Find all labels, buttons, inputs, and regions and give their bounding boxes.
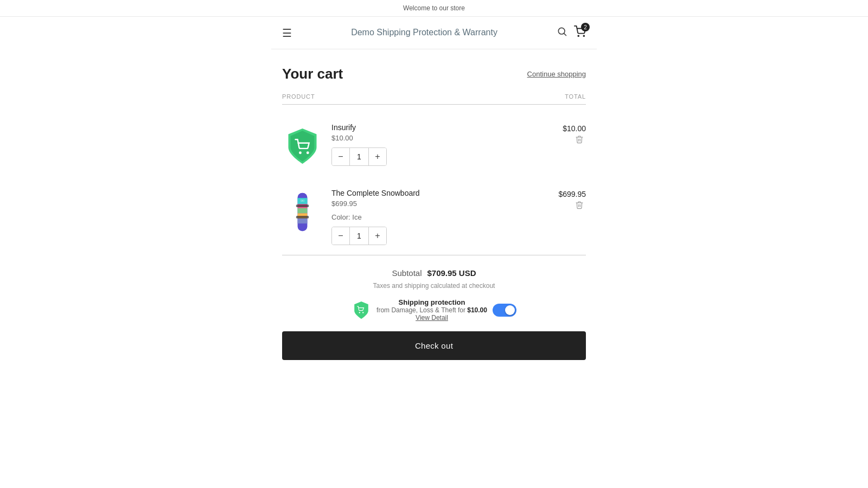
subtotal-row: Subtotal $709.95 USD (282, 268, 586, 278)
svg-point-4 (299, 151, 302, 154)
svg-rect-11 (298, 218, 308, 223)
snowboard-right: $699.95 (542, 189, 586, 214)
cart-header-row: Your cart Continue shopping (282, 66, 586, 82)
svg-rect-13 (296, 216, 309, 219)
svg-line-1 (564, 34, 566, 36)
snowboard-decrease-button[interactable]: − (332, 227, 349, 245)
svg-rect-9 (298, 208, 308, 213)
shipping-protection-desc: from Damage, Loss & Theft for $10.00 (376, 306, 487, 314)
cart-item-snowboard: SKI The Complete Snowboard $699.95 Color… (282, 179, 586, 255)
svg-rect-12 (296, 204, 309, 207)
subtotal-label: Subtotal (392, 268, 422, 278)
insurify-qty-row: − 1 + (331, 147, 534, 166)
snowboard-image: SKI (282, 189, 323, 235)
subtotal-value: $709.95 USD (427, 268, 476, 278)
cart-badge: 2 (581, 23, 590, 31)
shipping-protection-info: Shipping protection from Damage, Loss & … (376, 298, 487, 322)
insurify-name: Insurify (331, 123, 534, 132)
snowboard-total: $699.95 (558, 190, 586, 198)
svg-point-3 (583, 35, 584, 36)
total-column-label: TOTAL (565, 93, 586, 100)
announcement-text: Welcome to our store (403, 4, 465, 12)
snowboard-increase-button[interactable]: + (369, 227, 386, 245)
toggle-thumb (505, 305, 515, 315)
svg-point-5 (307, 151, 309, 154)
search-icon[interactable] (557, 26, 567, 40)
snowboard-price: $699.95 (331, 200, 534, 208)
snowboard-qty-control: − 1 + (331, 227, 387, 245)
svg-point-0 (558, 28, 565, 34)
menu-icon[interactable]: ☰ (282, 27, 292, 40)
snowboard-variant: Color: Ice (331, 213, 534, 221)
insurify-delete-button[interactable] (573, 133, 586, 148)
svg-point-2 (578, 35, 579, 36)
product-column-label: PRODUCT (282, 93, 315, 100)
continue-shopping-link[interactable]: Continue shopping (527, 70, 586, 78)
svg-point-16 (362, 312, 363, 313)
tax-note: Taxes and shipping calculated at checkou… (282, 282, 586, 290)
svg-point-15 (359, 312, 360, 313)
checkout-button[interactable]: Check out (282, 331, 586, 360)
insurify-quantity: 1 (349, 148, 369, 165)
subtotal-section: Subtotal $709.95 USD Taxes and shipping … (282, 255, 586, 367)
insurify-qty-control: − 1 + (331, 147, 387, 166)
shipping-protection-title: Shipping protection (376, 298, 487, 306)
cart-title: Your cart (282, 66, 343, 82)
cart-columns: PRODUCT TOTAL (282, 93, 586, 105)
insurify-right: $10.00 (542, 123, 586, 148)
snowboard-name: The Complete Snowboard (331, 189, 534, 197)
header-actions: 2 (557, 25, 586, 40)
main-content: Your cart Continue shopping PRODUCT TOTA… (271, 49, 597, 377)
svg-text:SKI: SKI (301, 199, 305, 202)
snowboard-info: The Complete Snowboard $699.95 Color: Ic… (331, 189, 534, 245)
insurify-price: $10.00 (331, 134, 534, 142)
snowboard-qty-row: − 1 + (331, 227, 534, 245)
snowboard-delete-button[interactable] (573, 198, 586, 214)
insurify-image (282, 123, 323, 169)
store-logo: Demo Shipping Protection & Warranty (292, 27, 557, 38)
insurify-increase-button[interactable]: + (369, 148, 386, 165)
insurify-total: $10.00 (563, 124, 586, 133)
announcement-bar: Welcome to our store (0, 0, 868, 17)
cart-icon-wrapper[interactable]: 2 (574, 25, 586, 40)
shipping-protection-row: Shipping protection from Damage, Loss & … (282, 298, 586, 322)
shipping-shield-icon (352, 300, 371, 320)
shipping-protection-toggle[interactable] (493, 304, 516, 317)
snowboard-quantity: 1 (349, 227, 369, 245)
cart-item-insurify: Insurify $10.00 − 1 + $10.00 (282, 113, 586, 179)
header: ☰ Demo Shipping Protection & Warranty 2 (271, 17, 597, 49)
insurify-info: Insurify $10.00 − 1 + (331, 123, 534, 166)
view-detail-link[interactable]: View Detail (376, 314, 487, 322)
insurify-decrease-button[interactable]: − (332, 148, 349, 165)
